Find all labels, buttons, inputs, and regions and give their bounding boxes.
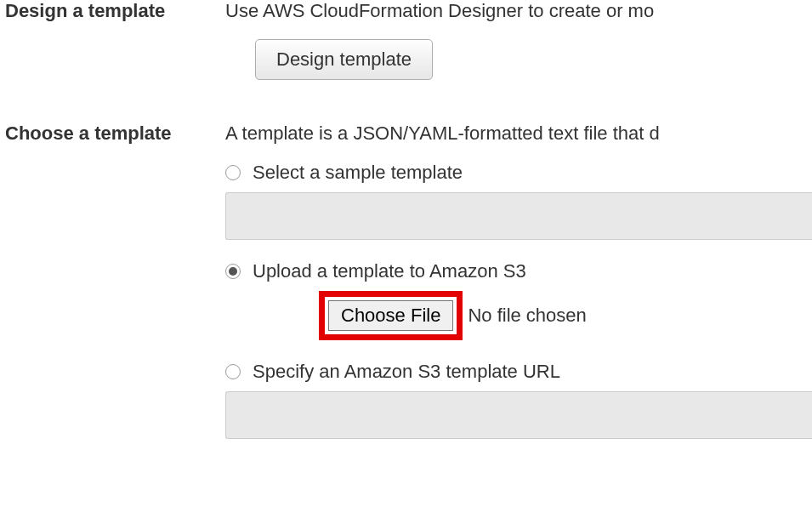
design-template-description: Use AWS CloudFormation Designer to creat… — [225, 0, 812, 22]
file-upload-row: Choose File No file chosen — [319, 291, 812, 340]
choose-template-description: A template is a JSON/YAML-formatted text… — [225, 122, 812, 145]
radio-sample-template-label: Select a sample template — [253, 162, 463, 184]
choose-template-section: Choose a template A template is a JSON/Y… — [0, 122, 812, 459]
choose-file-highlight: Choose File — [319, 291, 463, 340]
radio-sample-template[interactable] — [225, 165, 241, 180]
radio-row-upload: Upload a template to Amazon S3 — [225, 260, 812, 282]
design-template-label: Design a template — [0, 0, 225, 22]
design-template-section: Design a template Use AWS CloudFormation… — [0, 0, 812, 80]
radio-s3-url[interactable] — [225, 364, 241, 379]
design-template-content: Use AWS CloudFormation Designer to creat… — [225, 0, 812, 80]
choose-template-label: Choose a template — [0, 122, 225, 145]
choose-file-button[interactable]: Choose File — [328, 300, 453, 331]
radio-row-s3-url: Specify an Amazon S3 template URL — [225, 361, 812, 383]
design-template-button[interactable]: Design template — [255, 39, 433, 80]
radio-upload-s3[interactable] — [225, 264, 241, 279]
radio-s3-url-label: Specify an Amazon S3 template URL — [253, 361, 560, 383]
choose-template-content: A template is a JSON/YAML-formatted text… — [225, 122, 812, 459]
file-chosen-status: No file chosen — [468, 305, 586, 327]
radio-upload-s3-label: Upload a template to Amazon S3 — [253, 260, 526, 282]
radio-row-sample: Select a sample template — [225, 162, 812, 184]
sample-template-select[interactable] — [225, 192, 812, 240]
s3-url-input[interactable] — [225, 391, 812, 439]
